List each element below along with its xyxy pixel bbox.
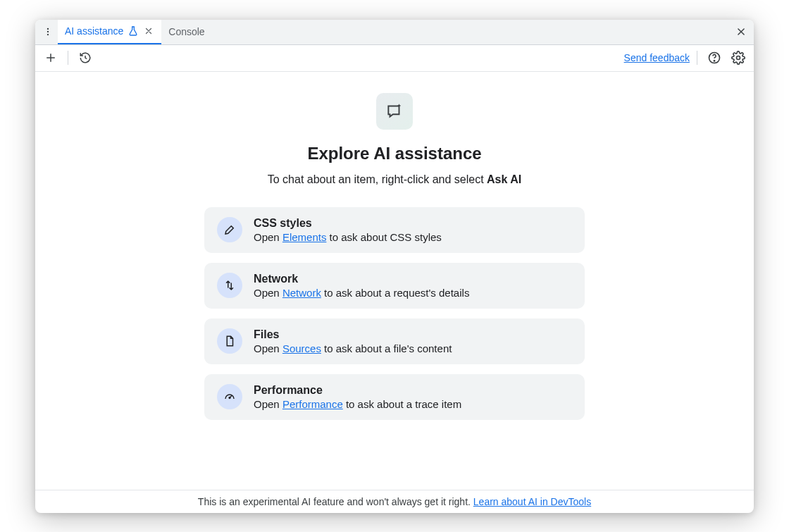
transfer-icon [223,279,236,292]
help-icon [707,51,721,65]
sources-link[interactable]: Sources [282,342,321,354]
brush-icon-container [217,217,242,242]
page-headline: Explore AI assistance [307,144,481,163]
file-icon [223,335,236,347]
gauge-icon-container [217,384,242,409]
card-desc: Open Performance to ask about a trace it… [254,398,572,410]
main-content: Explore AI assistance To chat about an i… [35,72,754,490]
svg-point-0 [47,28,49,30]
card-desc: Open Elements to ask about CSS styles [254,231,572,243]
experiment-icon [128,25,139,37]
subhead-bold: Ask AI [487,173,521,185]
footer-text: This is an experimental AI feature and w… [198,496,473,507]
svg-point-1 [47,31,49,32]
history-icon [79,51,92,64]
card-files: Files Open Sources to ask about a file's… [204,318,585,364]
tab-console[interactable]: Console [161,20,211,45]
card-network: Network Open Network to ask about a requ… [204,263,585,309]
card-body: Files Open Sources to ask about a file's… [254,328,572,354]
card-body: Network Open Network to ask about a requ… [254,273,572,299]
network-link[interactable]: Network [282,287,321,299]
card-css-styles: CSS styles Open Elements to ask about CS… [204,207,585,253]
hero-icon-container [376,93,413,130]
svg-point-4 [714,61,714,61]
tab-label: AI assistance [65,25,123,37]
help-button[interactable] [704,48,724,68]
performance-link[interactable]: Performance [282,398,343,410]
card-title: CSS styles [254,217,572,230]
svg-point-6 [229,397,230,399]
ai-assistance-panel: AI assistance Console Send feedback [35,20,754,513]
toolbar-divider [697,51,697,65]
svg-point-5 [737,56,740,60]
tab-label: Console [168,26,204,37]
tab-close-button[interactable] [143,25,154,37]
history-button[interactable] [75,48,95,68]
gear-icon [731,51,745,65]
plus-icon [44,51,57,64]
brush-icon [223,223,236,236]
learn-more-link[interactable]: Learn about AI in DevTools [473,496,591,507]
subhead-text: To chat about an item, right-click and s… [268,173,487,185]
page-subhead: To chat about an item, right-click and s… [268,173,521,186]
card-desc: Open Network to ask about a request's de… [254,287,572,299]
tab-ai-assistance[interactable]: AI assistance [58,20,161,45]
close-icon [144,27,153,35]
send-feedback-link[interactable]: Send feedback [624,52,690,63]
file-icon-container [217,328,242,354]
card-desc: Open Sources to ask about a file's conte… [254,342,572,354]
cards-list: CSS styles Open Elements to ask about CS… [204,207,585,420]
elements-link[interactable]: Elements [282,231,327,243]
footer: This is an experimental AI feature and w… [35,490,754,513]
ai-chat-icon [385,102,404,120]
toolbar-divider [68,51,68,65]
gauge-icon [223,390,236,403]
network-icon-container [217,273,242,298]
panel-close-button[interactable] [728,20,754,45]
close-icon [736,27,746,37]
toolbar: Send feedback [35,45,754,72]
card-title: Performance [254,384,572,397]
card-performance: Performance Open Performance to ask abou… [204,374,585,420]
menu-button[interactable] [38,20,58,45]
kebab-icon [43,27,53,37]
card-body: Performance Open Performance to ask abou… [254,384,572,410]
card-title: Network [254,273,572,285]
svg-point-2 [47,34,49,35]
card-body: CSS styles Open Elements to ask about CS… [254,217,572,243]
new-chat-button[interactable] [41,48,61,68]
tab-bar: AI assistance Console [35,20,754,45]
card-title: Files [254,328,572,341]
settings-button[interactable] [728,48,748,68]
